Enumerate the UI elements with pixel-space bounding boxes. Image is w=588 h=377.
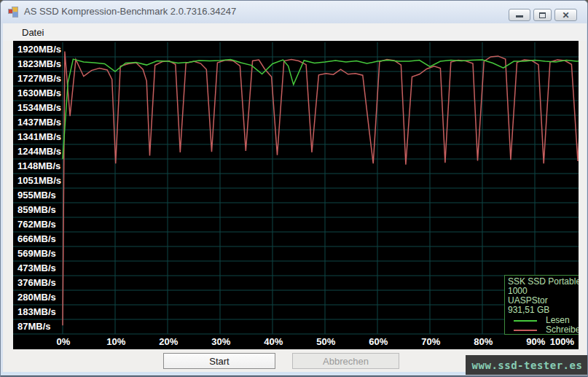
y-axis-label: 473MB/s xyxy=(17,261,76,276)
menu-item-datei[interactable]: Datei xyxy=(18,26,47,39)
y-axis-label: 1437MB/s xyxy=(17,115,76,130)
schreiben-line-icon xyxy=(514,330,537,331)
y-axis-label: 955MB/s xyxy=(17,188,76,203)
x-axis-label: 30% xyxy=(211,335,230,349)
close-icon: ✕ xyxy=(562,11,569,20)
cancel-button[interactable]: Abbrechen xyxy=(292,353,399,369)
y-axis-label: 183MB/s xyxy=(17,305,76,319)
app-icon xyxy=(8,7,20,18)
window-title: AS SSD Kompression-Benchmark 2.0.7316.34… xyxy=(24,6,236,17)
watermark: www.ssd-tester.es xyxy=(466,355,588,375)
y-axis-label: 1823MB/s xyxy=(17,57,76,71)
minimize-icon xyxy=(516,15,523,18)
maximize-button[interactable] xyxy=(533,9,552,21)
maximize-icon xyxy=(539,12,546,18)
y-axis-label: 376MB/s xyxy=(17,276,76,290)
y-axis-label: 1630MB/s xyxy=(17,86,76,101)
legend-capacity: 931,51 GB xyxy=(508,306,579,315)
y-axis-label: 762MB/s xyxy=(17,217,76,232)
chart-legend: SSK SSD Portable S 1000 UASPStor 931,51 … xyxy=(504,275,579,335)
x-axis-label: 40% xyxy=(264,335,283,349)
y-axis-label: 1727MB/s xyxy=(17,71,76,86)
titlebar: AS SSD Kompression-Benchmark 2.0.7316.34… xyxy=(1,1,587,23)
x-axis-label: 0% xyxy=(57,335,71,349)
app-window: AS SSD Kompression-Benchmark 2.0.7316.34… xyxy=(0,0,588,377)
close-button[interactable]: ✕ xyxy=(554,9,577,21)
chart-canvas xyxy=(13,41,579,349)
legend-row-schreiben: Schreiben xyxy=(508,325,579,334)
x-axis-label: 10% xyxy=(106,335,125,349)
y-axis-label: 569MB/s xyxy=(17,246,76,261)
lesen-line-icon xyxy=(514,320,537,322)
y-axis-label: 859MB/s xyxy=(17,203,76,217)
x-axis-label: 50% xyxy=(316,335,335,349)
benchmark-chart: 1920MB/s1823MB/s1727MB/s1630MB/s1534MB/s… xyxy=(13,41,579,349)
x-axis-label: 80% xyxy=(474,335,493,349)
legend-row-lesen: Lesen xyxy=(508,316,579,324)
x-axis-label: 70% xyxy=(421,335,440,349)
y-axis-label: 280MB/s xyxy=(17,290,76,305)
minimize-button[interactable] xyxy=(509,9,530,21)
y-axis-label: 1341MB/s xyxy=(17,130,76,144)
x-axis-label: 60% xyxy=(369,335,388,349)
x-axis-label: 100% xyxy=(550,335,574,349)
y-axis-label: 1051MB/s xyxy=(17,174,76,188)
x-axis-label: 90% xyxy=(526,335,545,349)
y-axis-label: 1244MB/s xyxy=(17,144,76,159)
start-button[interactable]: Start xyxy=(163,353,275,369)
legend-label-schreiben: Schreiben xyxy=(546,325,579,334)
y-axis-label: 1534MB/s xyxy=(17,101,76,115)
y-axis-label: 87MB/s xyxy=(17,319,76,334)
x-axis-label: 20% xyxy=(159,335,178,349)
y-axis-label: 1920MB/s xyxy=(17,42,76,57)
menubar: Datei xyxy=(3,23,587,41)
legend-label-lesen: Lesen xyxy=(546,316,570,324)
y-axis-label: 1148MB/s xyxy=(17,159,76,174)
y-axis-label: 666MB/s xyxy=(17,232,76,246)
